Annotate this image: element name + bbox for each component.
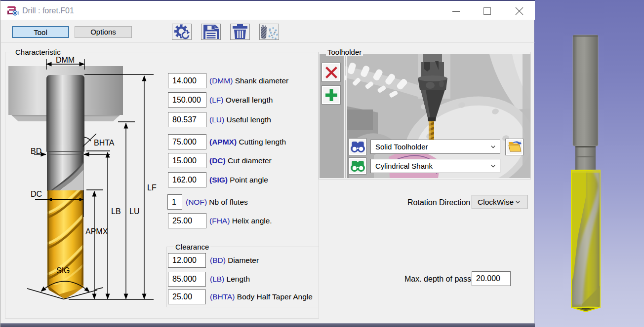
svg-text:LF: LF	[147, 183, 157, 192]
svg-text:LU: LU	[129, 207, 139, 216]
svg-text:LB: LB	[111, 207, 121, 216]
svg-text:SIG: SIG	[56, 266, 70, 275]
svg-text:DC: DC	[31, 190, 42, 198]
svg-text:BHTA: BHTA	[94, 139, 115, 147]
svg-text:APMX: APMX	[85, 227, 108, 236]
svg-text:DMM: DMM	[56, 56, 75, 64]
